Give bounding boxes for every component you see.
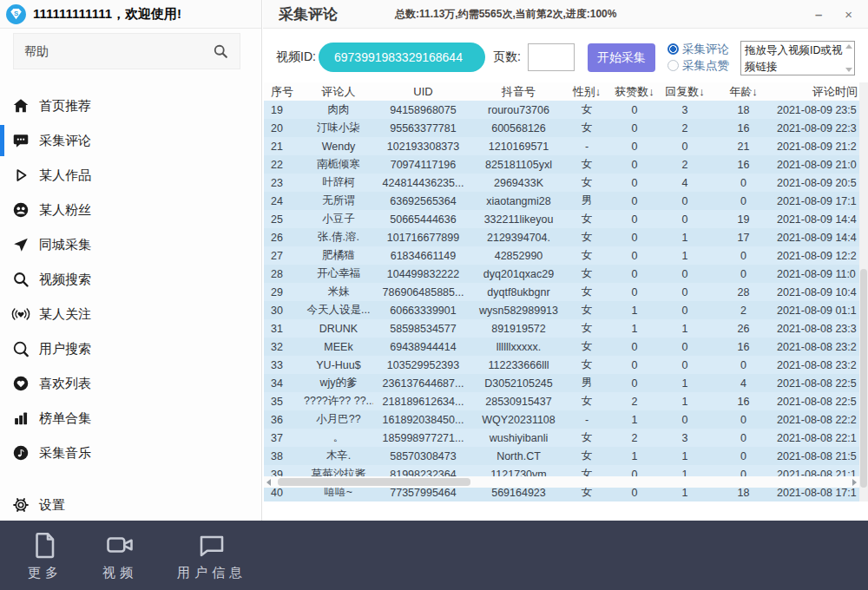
- welcome-text: 111111111111，欢迎使用!: [33, 6, 181, 23]
- table-row[interactable]: 22南栀倾寒70974117196825181105yxl女02162021-0…: [264, 155, 859, 174]
- sidebar-item-like-list[interactable]: 喜欢列表: [0, 366, 261, 401]
- table-row[interactable]: 24无所谓63692565364xiaotangmi28男0002021-08-…: [264, 192, 859, 210]
- column-header[interactable]: UID: [373, 82, 473, 101]
- bottombar-item-label: 更多: [28, 565, 62, 581]
- table-cell: 2021-08-08 23:2: [777, 356, 859, 374]
- table-cell: 2: [660, 119, 710, 137]
- scroll-left-arrow-icon[interactable]: [266, 479, 271, 486]
- table-row[interactable]: 34wjy的爹236137644687...D3052105245男014202…: [264, 374, 859, 392]
- sidebar-item-settings[interactable]: 设置: [0, 488, 261, 522]
- radio-label: 采集评论: [682, 42, 729, 57]
- table-row[interactable]: 19肉肉94158968075rourou73706女03182021-08-0…: [264, 101, 859, 119]
- table-cell: 0: [660, 410, 710, 429]
- bottombar-item-video[interactable]: 视频: [102, 529, 137, 581]
- horizontal-scrollbar[interactable]: [264, 476, 859, 488]
- sidebar-item-user-search[interactable]: 用户搜索: [0, 331, 261, 366]
- column-header[interactable]: 抖音号: [473, 82, 564, 101]
- horizontal-scrollbar-thumb[interactable]: [278, 478, 470, 486]
- table-cell: 男: [564, 374, 609, 392]
- table-cell: 0: [609, 265, 660, 283]
- table-cell: 0: [710, 447, 777, 465]
- video-id-input[interactable]: [319, 50, 485, 64]
- sidebar-item-city-collect[interactable]: 同城采集: [0, 227, 261, 262]
- table-cell: 小豆子: [304, 210, 373, 228]
- spinner-up-icon[interactable]: [845, 44, 852, 49]
- table-row[interactable]: 33YU-Huu$103529952393112233666lll女000202…: [264, 356, 859, 374]
- search-icon[interactable]: [212, 43, 229, 60]
- table-row[interactable]: 30今天人设是...60663339901wysn582989913女10220…: [264, 301, 859, 319]
- column-header[interactable]: 性别↓: [564, 82, 609, 101]
- sidebar-item-video-search[interactable]: 视频搜索: [0, 262, 261, 297]
- bottombar-item-label: 用户信息: [177, 565, 247, 581]
- sidebar-item-home-recommend[interactable]: 首页推荐: [0, 88, 261, 123]
- table-cell: 2021-08-09 10:4: [777, 283, 859, 301]
- table-cell: -: [564, 137, 609, 155]
- table-cell: 19: [710, 210, 777, 228]
- table-cell: 张.倩.溶.: [304, 228, 373, 246]
- help-search-input[interactable]: [14, 44, 212, 58]
- bottombar-item-more[interactable]: 更多: [28, 529, 62, 581]
- table-cell: 25: [264, 210, 304, 228]
- table-cell: 0: [660, 192, 710, 210]
- bottom-bar: 更多视频用户信息: [0, 521, 868, 590]
- vertical-scrollbar-thumb[interactable]: [860, 269, 867, 488]
- column-header[interactable]: 序号: [264, 82, 304, 101]
- table-cell: 4: [660, 174, 710, 192]
- table-cell: 2129394704.: [473, 228, 564, 246]
- table-cell: 600568126: [473, 119, 564, 137]
- table-row[interactable]: 31DRUNK58598534577891919572女11262021-08-…: [264, 319, 859, 338]
- table-row[interactable]: 23叶辞柯424814436235...2969433K女0402021-08-…: [264, 174, 859, 192]
- table-row[interactable]: 20汀味小柒95563377781600568126女02162021-08-0…: [264, 119, 859, 137]
- vertical-scrollbar[interactable]: [859, 82, 868, 502]
- window-controls: – ×: [815, 8, 852, 21]
- table-row[interactable]: 32MEEk69438944414llllllxxxxx.女00162021-0…: [264, 338, 859, 356]
- minimize-button[interactable]: –: [815, 8, 822, 21]
- table-cell: 0: [609, 137, 660, 155]
- table-row[interactable]: 37。185998977271...wushiyibanli女2302021-0…: [264, 429, 859, 447]
- sidebar-item-user-follow[interactable]: 某人关注: [0, 297, 261, 331]
- table-row[interactable]: 28开心幸福104499832222dyq201qxac29女0002021-0…: [264, 265, 859, 283]
- main-panel: 采集评论 总数:11.13万,约需5565次,当前第2次,进度:100% – ×…: [263, 0, 868, 521]
- bottombar-item-user-info[interactable]: 用户信息: [177, 529, 247, 581]
- table-cell: 女: [564, 392, 609, 410]
- sidebar-item-collect-music[interactable]: 采集音乐: [0, 436, 261, 470]
- table-cell: 1: [660, 246, 710, 265]
- table-row[interactable]: 36小月巴??161892038450...WQY20231108-100202…: [264, 410, 859, 429]
- radio-collect-comments[interactable]: 采集评论: [667, 42, 729, 56]
- scroll-right-arrow-icon[interactable]: [852, 479, 857, 486]
- table-cell: dyq201qxac29: [473, 265, 564, 283]
- pages-input[interactable]: [528, 43, 575, 71]
- table-cell: 2021-08-08 23:3: [777, 319, 859, 338]
- sidebar-item-collect-comments[interactable]: 采集评论: [0, 123, 261, 158]
- table-cell: 28530915437: [473, 392, 564, 410]
- table-cell: 2021-08-09 17:1: [777, 192, 859, 210]
- drop-import-area[interactable]: 拖放导入视频ID或视频链接: [740, 41, 855, 75]
- sidebar-item-user-works[interactable]: 某人作品: [0, 158, 261, 193]
- column-header[interactable]: 评论人: [304, 82, 373, 101]
- table-row[interactable]: 21Wendy1021933083731210169571-00212021-0…: [264, 137, 859, 155]
- table-cell: 女: [564, 246, 609, 265]
- close-button[interactable]: ×: [845, 8, 852, 21]
- start-collect-button[interactable]: 开始采集: [588, 43, 655, 72]
- column-header[interactable]: 年龄↓: [710, 82, 777, 101]
- sidebar-item-rank-collection[interactable]: 榜单合集: [0, 401, 261, 436]
- table-row[interactable]: 38木辛.58570308473North.CT女1102021-08-08 2…: [264, 447, 859, 465]
- table-cell: 开心幸福: [304, 265, 373, 283]
- table-cell: 0: [609, 356, 660, 374]
- column-header[interactable]: 回复数↓: [660, 82, 710, 101]
- table-cell: 0: [660, 301, 710, 319]
- radio-collect-likes[interactable]: 采集点赞: [667, 58, 729, 73]
- sidebar-item-user-fans[interactable]: 某人粉丝: [0, 193, 261, 227]
- spinner-down-icon[interactable]: [845, 68, 852, 72]
- table-row[interactable]: 29米妹786906485885...dyqtf8ukbgnr女00282021…: [264, 283, 859, 301]
- table-row[interactable]: 25小豆子50665444636332211likeyou女00192021-0…: [264, 210, 859, 228]
- table-cell: 0: [609, 338, 660, 356]
- column-header[interactable]: 评论时间: [777, 82, 859, 101]
- table-cell: 无所谓: [304, 192, 373, 210]
- table-cell: 24: [264, 192, 304, 210]
- table-row[interactable]: 35????许?? ??...218189612634...2853091543…: [264, 392, 859, 410]
- table-row[interactable]: 27肥橘猫6183466114942852990女0102021-08-09 1…: [264, 246, 859, 265]
- column-header[interactable]: 获赞数↓: [609, 82, 660, 101]
- app-logo-icon: [5, 3, 27, 25]
- table-row[interactable]: 26张.倩.溶.1017166778992129394704.女01172021…: [264, 228, 859, 246]
